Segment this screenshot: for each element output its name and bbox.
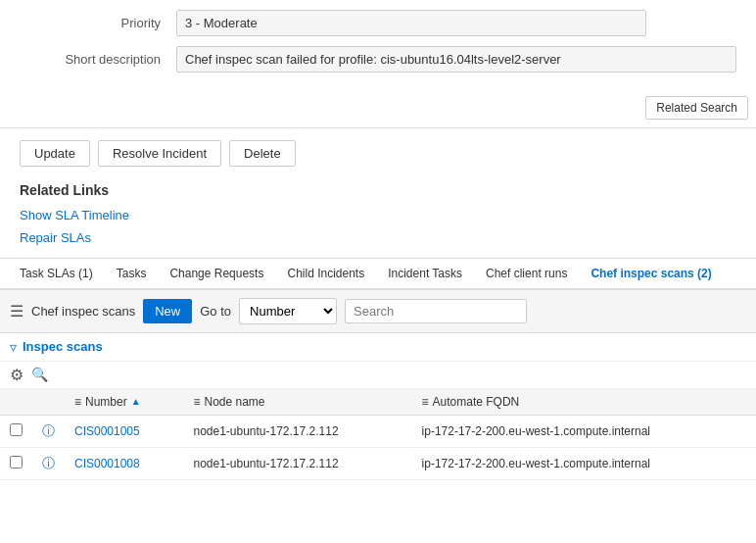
row-info-icon-cell: ⓘ <box>32 415 65 447</box>
info-icon[interactable]: ⓘ <box>42 456 55 470</box>
goto-select[interactable]: Number <box>239 298 337 324</box>
related-links-title: Related Links <box>20 182 736 198</box>
tab-chef-inspec-scans[interactable]: Chef inspec scans (2) <box>579 259 723 290</box>
col-header-icon2: ≡ <box>193 395 200 409</box>
tab-change-requests[interactable]: Change Requests <box>158 259 275 290</box>
checkbox-header <box>0 389 32 416</box>
icon-header <box>32 389 65 416</box>
row-number-cell: CIS0001008 <box>65 447 183 479</box>
row-checkbox-cell <box>0 415 32 447</box>
short-description-label: Short description <box>20 52 176 67</box>
tab-chef-client-runs[interactable]: Chef client runs <box>474 259 579 290</box>
row-automate-fqdn-cell: ip-172-17-2-200.eu-west-1.compute.intern… <box>412 447 756 479</box>
tab-content: ☰ Chef inspec scans New Go to Number ▿ I… <box>0 290 756 480</box>
row-number-link[interactable]: CIS0001005 <box>74 424 140 438</box>
tab-tasks[interactable]: Tasks <box>105 259 159 290</box>
table-header-row: ≡ Number ▲ ≡ Node name ≡ <box>0 389 756 416</box>
gear-icon[interactable]: ⚙ <box>10 366 24 384</box>
filter-label: Inspec scans <box>23 339 103 354</box>
tab-incident-tasks[interactable]: Incident Tasks <box>376 259 474 290</box>
update-button[interactable]: Update <box>20 140 90 167</box>
filter-row: ▿ Inspec scans <box>0 333 756 362</box>
row-checkbox[interactable] <box>10 456 23 469</box>
new-button[interactable]: New <box>143 299 192 323</box>
table-header-icons: ⚙ 🔍 <box>0 362 756 389</box>
tab-child-incidents[interactable]: Child Incidents <box>275 259 376 290</box>
number-col-label: Number <box>85 395 127 409</box>
automate-fqdn-column-header[interactable]: ≡ Automate FQDN <box>412 389 756 416</box>
table-search-icon[interactable]: 🔍 <box>31 367 48 382</box>
toolbar: ☰ Chef inspec scans New Go to Number <box>0 290 756 333</box>
priority-label: Priority <box>20 16 176 30</box>
tab-task-slas[interactable]: Task SLAs (1) <box>8 259 105 290</box>
col-header-icon3: ≡ <box>422 395 429 409</box>
row-number-cell: CIS0001005 <box>65 415 183 447</box>
row-info-icon-cell: ⓘ <box>32 447 65 479</box>
tabs-row: Task SLAs (1)TasksChange RequestsChild I… <box>0 259 756 290</box>
node-name-column-header[interactable]: ≡ Node name <box>183 389 411 416</box>
info-icon[interactable]: ⓘ <box>42 423 55 438</box>
row-node-name-cell: node1-ubuntu-172.17.2.112 <box>183 447 411 479</box>
search-input[interactable] <box>345 299 527 323</box>
resolve-incident-button[interactable]: Resolve Incident <box>98 140 221 167</box>
delete-button[interactable]: Delete <box>229 140 296 167</box>
row-number-link[interactable]: CIS0001008 <box>74 457 140 470</box>
data-table: ≡ Number ▲ ≡ Node name ≡ <box>0 389 756 480</box>
row-node-name-cell: node1-ubuntu-172.17.2.112 <box>183 415 411 447</box>
row-automate-fqdn-cell: ip-172-17-2-200.eu-west-1.compute.intern… <box>412 415 756 447</box>
repair-slas-link[interactable]: Repair SLAs <box>20 226 736 249</box>
sort-asc-icon: ▲ <box>131 396 141 407</box>
col-header-icon: ≡ <box>74 395 81 409</box>
node-name-col-label: Node name <box>204 395 264 409</box>
short-description-input[interactable] <box>176 46 736 73</box>
related-search-button[interactable]: Related Search <box>645 96 748 120</box>
filter-icon[interactable]: ▿ <box>10 339 17 355</box>
automate-fqdn-col-label: Automate FQDN <box>433 395 520 409</box>
priority-input[interactable] <box>176 10 646 36</box>
table-row: ⓘ CIS0001005 node1-ubuntu-172.17.2.112 i… <box>0 415 756 447</box>
number-column-header[interactable]: ≡ Number ▲ <box>65 389 183 416</box>
row-checkbox[interactable] <box>10 423 23 436</box>
show-sla-timeline-link[interactable]: Show SLA Timeline <box>20 204 736 226</box>
toolbar-section-label: Chef inspec scans <box>31 304 135 319</box>
row-checkbox-cell <box>0 447 32 479</box>
hamburger-icon[interactable]: ☰ <box>10 302 24 321</box>
table-row: ⓘ CIS0001008 node1-ubuntu-172.17.2.112 i… <box>0 447 756 479</box>
goto-label: Go to <box>200 304 231 319</box>
